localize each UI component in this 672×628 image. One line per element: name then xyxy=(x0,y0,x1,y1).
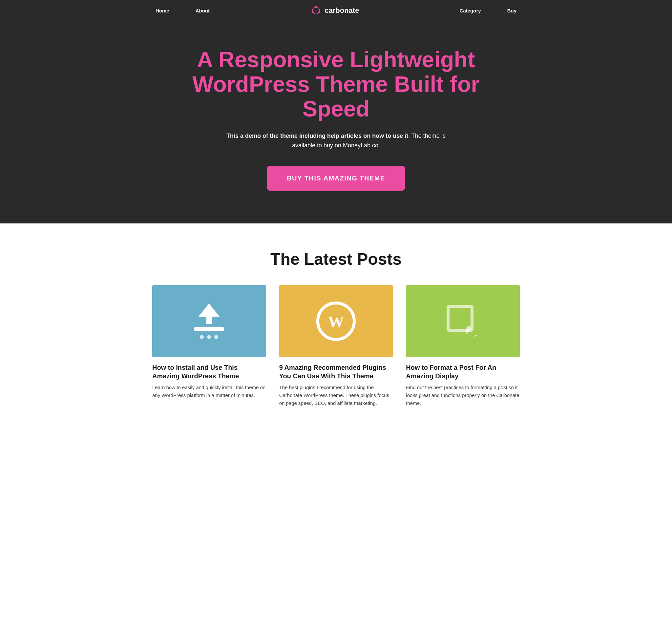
nav-home[interactable]: Home xyxy=(155,8,169,14)
hero-title: A Responsive Lightweight WordPress Theme… xyxy=(188,47,484,121)
post-card-3: How to Format a Post For An Amazing Disp… xyxy=(406,285,520,407)
upload-icon xyxy=(194,304,224,339)
post-title-1[interactable]: How to Install and Use This Amazing Word… xyxy=(152,363,266,380)
post-title-3[interactable]: How to Format a Post For An Amazing Disp… xyxy=(406,363,520,380)
post-thumbnail-1[interactable] xyxy=(152,285,266,357)
svg-line-5 xyxy=(318,11,319,11)
hero-subtitle: This a demo of the theme including help … xyxy=(224,131,448,150)
nav-category[interactable]: Category xyxy=(460,8,481,14)
post-card-1: How to Install and Use This Amazing Word… xyxy=(152,285,266,407)
posts-heading: The Latest Posts xyxy=(152,250,520,269)
posts-grid: How to Install and Use This Amazing Word… xyxy=(152,285,520,407)
posts-section: The Latest Posts Ho xyxy=(139,223,533,427)
nav-buy[interactable]: Buy xyxy=(507,8,517,14)
nav-about[interactable]: About xyxy=(196,8,210,14)
svg-point-3 xyxy=(312,11,314,13)
logo-text: carbonate xyxy=(325,6,359,15)
hero-subtitle-bold: This a demo of the theme including help … xyxy=(226,132,408,139)
post-excerpt-2: The best plugins I recommend for using t… xyxy=(279,384,393,407)
post-excerpt-3: Find out the best practices to formattin… xyxy=(406,384,520,407)
svg-point-2 xyxy=(318,11,320,13)
svg-line-6 xyxy=(314,11,315,11)
navigation: Home About carbonate Category Buy xyxy=(0,0,672,21)
edit-icon xyxy=(447,305,479,338)
nav-logo[interactable]: carbonate xyxy=(310,5,359,17)
post-card-2: W 9 Amazing Recommended Plugins You Can … xyxy=(279,285,393,407)
post-thumbnail-2[interactable]: W xyxy=(279,285,393,357)
wordpress-icon: W xyxy=(316,301,356,341)
svg-text:W: W xyxy=(328,313,344,331)
svg-point-1 xyxy=(315,6,317,8)
post-excerpt-1: Learn how to easily and quickly install … xyxy=(152,384,266,399)
hero-cta-button[interactable]: BUY THIS AMAZING THEME xyxy=(267,166,405,191)
logo-icon xyxy=(310,5,322,17)
post-title-2[interactable]: 9 Amazing Recommended Plugins You Can Us… xyxy=(279,363,393,380)
hero-section: A Responsive Lightweight WordPress Theme… xyxy=(0,21,672,223)
post-thumbnail-3[interactable] xyxy=(406,285,520,357)
svg-marker-9 xyxy=(474,334,477,337)
svg-rect-8 xyxy=(466,325,472,337)
